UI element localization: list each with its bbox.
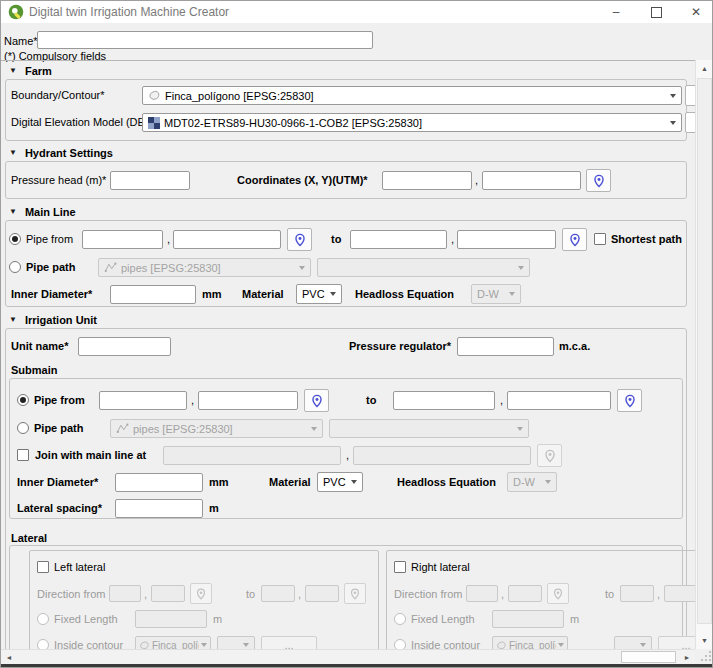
maximize-button[interactable]: [639, 1, 673, 23]
left-fixed-length-radio[interactable]: [37, 613, 49, 625]
window-bottom-edge: [1, 664, 713, 668]
scroll-up-button[interactable]: ▲: [696, 60, 713, 77]
submain-from-pick-button[interactable]: [304, 389, 329, 412]
submain-material-combo[interactable]: PVC: [317, 472, 363, 492]
right-fixed-length-input[interactable]: [492, 610, 564, 628]
unit-name-input[interactable]: [78, 337, 171, 356]
join-mainline-checkbox[interactable]: [17, 449, 29, 461]
mainline-from-y-input[interactable]: [173, 230, 281, 249]
left-to-y-input[interactable]: [305, 585, 339, 602]
hydrant-x-input[interactable]: [382, 171, 472, 190]
right-lateral-checkbox[interactable]: [394, 561, 406, 573]
mainline-inner-diameter-input[interactable]: [110, 285, 196, 304]
lateral-spacing-input[interactable]: [115, 499, 203, 518]
join-x-input[interactable]: [163, 446, 341, 465]
left-from-pick-button[interactable]: [190, 583, 212, 604]
map-pin-icon: [568, 233, 582, 247]
left-from-y-input[interactable]: [151, 585, 185, 602]
hydrant-section-header[interactable]: ▼ Hydrant Settings: [9, 147, 113, 159]
map-pin-icon: [592, 174, 606, 188]
submain-headloss-combo[interactable]: D-W: [507, 472, 557, 492]
join-pick-button[interactable]: [537, 444, 562, 467]
right-contour-field-combo[interactable]: [614, 636, 652, 650]
close-button[interactable]: ✕: [679, 1, 713, 23]
minimize-icon: –: [613, 5, 620, 19]
left-to-x-input[interactable]: [261, 585, 295, 602]
horizontal-scrollbar-thumb[interactable]: [621, 651, 676, 663]
unit-section-header[interactable]: ▼ Irrigation Unit: [9, 314, 97, 326]
scroll-left-button[interactable]: ◄: [1, 650, 17, 664]
vertical-scrollbar[interactable]: ▲ ▼: [695, 60, 713, 649]
submain-inner-diameter-label: Inner Diameter*: [17, 475, 98, 490]
chevron-down-icon: [351, 480, 357, 484]
submain-pipe-from-radio[interactable]: [17, 394, 29, 406]
comma-separator: ,: [191, 393, 194, 408]
minimize-button[interactable]: –: [599, 1, 633, 23]
mainline-pipe-from-radio[interactable]: [9, 233, 21, 245]
mainline-to-y-input[interactable]: [457, 230, 556, 249]
scroll-right-button[interactable]: ►: [679, 650, 695, 664]
left-lateral-checkbox[interactable]: [37, 561, 49, 573]
name-input[interactable]: [37, 31, 373, 49]
mainline-material-combo[interactable]: PVC: [296, 284, 342, 304]
hydrant-pick-button[interactable]: [586, 169, 611, 192]
mainline-pipes-combo[interactable]: pipes [EPSG:25830]: [98, 258, 311, 277]
right-contour-combo[interactable]: Finca_polígor: [492, 636, 568, 650]
submain-from-x-input[interactable]: [99, 391, 187, 410]
mainline-headloss-combo[interactable]: D-W: [471, 284, 521, 304]
chevron-down-icon: [670, 94, 676, 98]
right-to-x-input[interactable]: [620, 585, 654, 602]
map-pin-icon: [552, 588, 564, 600]
submain-pipe-path-radio[interactable]: [17, 422, 29, 434]
join-mainline-label: Join with main line at: [35, 448, 146, 463]
submain-to-y-input[interactable]: [507, 391, 611, 410]
horizontal-scrollbar[interactable]: ◄ ►: [1, 649, 695, 664]
submain-pipe-select-combo[interactable]: [329, 419, 529, 438]
left-to-pick-button[interactable]: [344, 583, 366, 604]
right-fixed-length-radio[interactable]: [394, 613, 406, 625]
hydrant-y-input[interactable]: [482, 171, 581, 190]
mainline-from-pick-button[interactable]: [287, 228, 312, 251]
submain-to-pick-button[interactable]: [617, 389, 642, 412]
farm-section-header[interactable]: ▼ Farm: [9, 65, 52, 77]
mainline-section-header[interactable]: ▼ Main Line: [9, 206, 76, 218]
right-from-y-input[interactable]: [508, 585, 542, 602]
pressure-head-input[interactable]: [110, 171, 190, 190]
right-lateral-label: Right lateral: [411, 560, 470, 575]
titlebar: Digital twin Irrigation Machine Creator …: [1, 1, 712, 24]
left-m-label: m: [213, 612, 222, 627]
right-more-button[interactable]: ...: [658, 636, 695, 650]
left-from-x-input[interactable]: [109, 585, 141, 602]
resize-grip[interactable]: [695, 649, 713, 664]
submain-pipes-value: pipes [EPSG:25830]: [133, 423, 233, 435]
submain-pipe-path-label: Pipe path: [34, 421, 84, 436]
mainline-from-x-input[interactable]: [82, 230, 163, 249]
mainline-pipe-select-combo[interactable]: [317, 258, 530, 277]
right-to-y-input[interactable]: [664, 585, 695, 602]
mainline-to-pick-button[interactable]: [562, 228, 587, 251]
boundary-combo[interactable]: Finca_polígono [EPSG:25830]: [142, 86, 682, 105]
dem-extra-button[interactable]: [685, 112, 695, 133]
submain-to-x-input[interactable]: [393, 391, 495, 410]
submain-pipes-combo[interactable]: pipes [EPSG:25830]: [110, 419, 323, 438]
pressure-regulator-input[interactable]: [457, 337, 554, 356]
left-direction-from-label: Direction from: [37, 587, 105, 602]
right-from-x-input[interactable]: [466, 585, 498, 602]
left-contour-field-combo[interactable]: [217, 636, 255, 650]
mainline-headloss-label: Headloss Equation: [355, 287, 454, 302]
scroll-down-button[interactable]: ▼: [696, 632, 713, 649]
mainline-pipe-path-radio[interactable]: [9, 261, 21, 273]
left-fixed-length-input[interactable]: [135, 610, 207, 628]
vertical-scrollbar-thumb[interactable]: [697, 78, 712, 624]
left-contour-combo[interactable]: Finca_polígor: [135, 636, 211, 650]
submain-inner-diameter-input[interactable]: [115, 473, 203, 492]
mainline-to-x-input[interactable]: [350, 230, 447, 249]
join-y-input[interactable]: [353, 446, 531, 465]
shortest-path-checkbox[interactable]: [594, 233, 606, 245]
dem-combo[interactable]: MDT02-ETRS89-HU30-0966-1-COB2 [EPSG:2583…: [142, 113, 682, 132]
left-more-button[interactable]: ...: [261, 636, 317, 650]
submain-from-y-input[interactable]: [198, 391, 298, 410]
map-pin-icon: [310, 394, 324, 408]
boundary-extra-button[interactable]: [685, 85, 695, 106]
right-from-pick-button[interactable]: [547, 583, 569, 604]
